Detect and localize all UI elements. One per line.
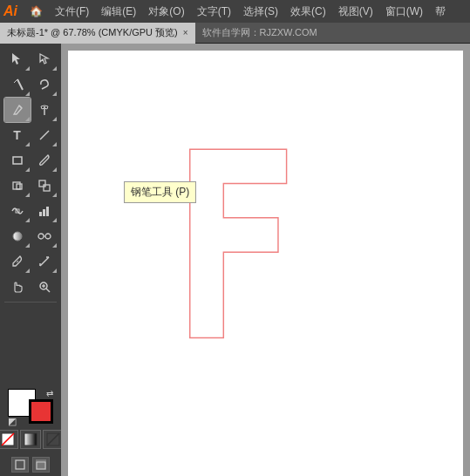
gradient-fill-button[interactable] <box>20 430 41 449</box>
canvas-background <box>68 51 463 476</box>
canvas-path-svg <box>68 51 463 476</box>
color-mode-row <box>0 430 64 449</box>
svg-rect-8 <box>39 180 45 187</box>
menu-text[interactable]: 文字(T) <box>192 3 236 21</box>
rectangle-tool[interactable] <box>4 148 31 173</box>
svg-line-19 <box>40 257 49 266</box>
selection-tool[interactable] <box>4 47 31 71</box>
type-tool[interactable] <box>31 98 58 122</box>
svg-line-2 <box>19 105 22 108</box>
fullscreen-menu-button[interactable] <box>32 457 50 473</box>
menu-object[interactable]: 对象(O) <box>143 3 189 21</box>
svg-point-15 <box>38 234 44 239</box>
main-area: T <box>0 44 470 476</box>
svg-rect-5 <box>13 157 22 164</box>
blend-tool[interactable] <box>31 224 58 248</box>
svg-rect-11 <box>39 212 42 216</box>
menu-bar: Ai 🏠 文件(F) 编辑(E) 对象(O) 文字(T) 选择(S) 效果(C)… <box>0 0 470 23</box>
gradient-tool[interactable] <box>4 224 31 248</box>
graph-tool[interactable] <box>31 199 58 223</box>
svg-line-30 <box>47 433 59 445</box>
measure-tool[interactable] <box>31 249 58 274</box>
toolbar-divider <box>4 302 57 303</box>
svg-rect-7 <box>17 184 22 189</box>
tab-title: 未标题-1* @ 67.78% (CMYK/GPU 预览) <box>7 26 178 39</box>
menu-view[interactable]: 视图(V) <box>333 3 378 21</box>
stroke-swatch[interactable] <box>29 399 53 424</box>
menu-effect[interactable]: 效果(C) <box>285 3 331 21</box>
svg-rect-31 <box>16 460 24 469</box>
menu-file[interactable]: 文件(F) <box>50 3 94 21</box>
svg-line-23 <box>46 289 50 292</box>
svg-line-4 <box>40 131 49 139</box>
paintbrush-tool[interactable] <box>31 148 58 173</box>
toolbar: T <box>0 44 61 476</box>
none-fill-button[interactable] <box>0 430 18 449</box>
tab-close-button[interactable]: × <box>183 28 188 37</box>
rotate-tool[interactable] <box>4 173 31 198</box>
svg-rect-12 <box>43 209 45 216</box>
swap-colors-button[interactable]: ⇄ <box>46 389 53 398</box>
svg-point-16 <box>45 234 51 239</box>
svg-line-0 <box>17 79 23 90</box>
eyedropper-tool[interactable] <box>4 249 31 274</box>
svg-rect-32 <box>36 459 46 470</box>
color-area: ⇄ ◩ <box>0 385 67 452</box>
direct-selection-tool[interactable] <box>31 47 58 71</box>
zoom-tool[interactable] <box>31 275 58 299</box>
menu-window[interactable]: 窗口(W) <box>380 3 428 21</box>
menu-edit[interactable]: 编辑(E) <box>96 3 141 21</box>
svg-rect-13 <box>46 207 49 216</box>
normal-screen-button[interactable] <box>11 457 29 473</box>
line-tool[interactable] <box>31 123 58 147</box>
fill-stroke-swatches: ⇄ ◩ <box>8 389 53 427</box>
scale-tool[interactable] <box>31 173 58 198</box>
svg-point-14 <box>13 232 22 241</box>
reset-colors-button[interactable]: ◩ <box>8 416 17 427</box>
menu-help[interactable]: 帮 <box>430 3 451 21</box>
menu-home[interactable]: 🏠 <box>24 3 48 19</box>
app-logo: Ai <box>3 3 17 19</box>
menu-select[interactable]: 选择(S) <box>238 3 283 21</box>
svg-rect-9 <box>44 185 50 191</box>
svg-line-18 <box>17 261 18 262</box>
lasso-tool[interactable] <box>31 72 58 97</box>
screen-mode-area <box>11 457 50 473</box>
document-tab[interactable]: 未标题-1* @ 67.78% (CMYK/GPU 预览) × <box>0 23 195 44</box>
tab-bar: 未标题-1* @ 67.78% (CMYK/GPU 预览) × 软件自学网：RJ… <box>0 23 470 44</box>
warp-tool[interactable] <box>4 199 31 223</box>
hand-tool[interactable] <box>4 275 31 299</box>
svg-rect-28 <box>24 433 37 445</box>
magic-wand-tool[interactable] <box>4 72 31 97</box>
svg-line-1 <box>14 79 17 83</box>
type-text-tool[interactable]: T <box>4 123 31 147</box>
tab-extra-info: 软件自学网：RJZXW.COM <box>195 26 324 39</box>
pen-tool[interactable] <box>4 98 31 122</box>
canvas-area[interactable]: 钢笔工具 (P) <box>61 44 470 476</box>
